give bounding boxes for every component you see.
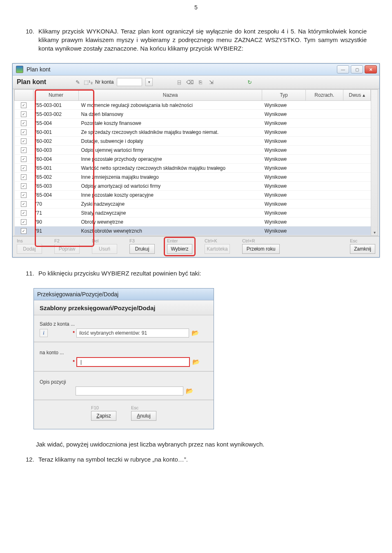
table-row[interactable]: ✓'91Koszt obrotów wewnętrznchWynikowe: [15, 227, 371, 235]
cell-typ: Wynikowe: [262, 119, 306, 128]
cell-dwus: [343, 164, 371, 173]
folder-icon[interactable]: 📂: [191, 329, 200, 337]
cell-typ: Wynikowe: [262, 101, 306, 110]
action-hint: F3: [129, 238, 155, 243]
cell-nazwa: Odpis ujemnej wartości firmy: [78, 146, 262, 155]
filter-icon[interactable]: ✎: [74, 78, 81, 86]
row-checkbox[interactable]: ✓: [21, 192, 27, 198]
cell-dwus: [343, 218, 371, 227]
action-bar: InsDodajF2PoprawDelUsuńF3DrukujEnterWybi…: [13, 236, 379, 257]
cell-dwus: [343, 110, 371, 119]
cell-rozrach: [306, 101, 343, 110]
cell-rozrach: [306, 146, 343, 155]
col-numer[interactable]: Numer: [33, 90, 78, 101]
table-row[interactable]: ✓'65-003Odpisy amortyzacji od wartości f…: [15, 182, 371, 191]
accounts-table: Numer Nazwa Typ Rozrach. Dwus ▴ ✓'55-003…: [14, 90, 371, 235]
vertical-scrollbar[interactable]: ▾: [371, 90, 378, 235]
cell-typ: Wynikowe: [262, 155, 306, 164]
row-checkbox[interactable]: ✓: [21, 210, 27, 216]
saldo-from-input[interactable]: ilość wybranych elementów: 91: [76, 329, 189, 338]
row-checkbox[interactable]: ✓: [21, 165, 27, 171]
copy-icon[interactable]: ⎘: [197, 78, 204, 86]
table-row[interactable]: ✓'55-003-001W momencie regulacji zobowią…: [15, 101, 371, 110]
col-nazwa[interactable]: Nazwa: [78, 90, 262, 101]
drukuj-button[interactable]: Drukuj: [129, 244, 155, 254]
anuluj-action: Esc Anuluj: [131, 405, 156, 421]
cell-dwus: [343, 173, 371, 182]
row-checkbox[interactable]: ✓: [21, 219, 27, 225]
table-row[interactable]: ✓'65-002Inne zmniejszenia majątku trwałe…: [15, 173, 371, 182]
na-konto-input[interactable]: |: [76, 357, 190, 367]
filter-dropdown[interactable]: ▾: [145, 78, 153, 86]
table-row[interactable]: ✓'60-002Dotacje, subwencje i dopłatyWyni…: [15, 137, 371, 146]
cell-numer: '91: [33, 227, 78, 235]
row-checkbox[interactable]: ✓: [21, 228, 27, 234]
action-wybierz: EnterWybierz: [167, 238, 192, 254]
row-checkbox[interactable]: ✓: [21, 120, 27, 126]
titlebar: Plan kont — ▢ ✕: [13, 64, 379, 76]
table-row[interactable]: ✓'60-004Inne pozostałe przychody operacy…: [15, 155, 371, 164]
table-row[interactable]: ✓'55-004Pozostałe koszty finansoweWyniko…: [15, 119, 371, 128]
remove-icon[interactable]: ⌫: [186, 78, 194, 86]
cell-typ: Wynikowe: [262, 191, 306, 200]
cell-nazwa: Dotacje, subwencje i dopłaty: [78, 137, 262, 146]
table-row[interactable]: ✓'90Obroty wewnętrzneWynikowe: [15, 218, 371, 227]
table-row[interactable]: ✓'55-003-002Na dzień bilansowyWynikowe: [15, 110, 371, 119]
close-button[interactable]: ✕: [365, 65, 377, 73]
opis-input[interactable]: [76, 386, 183, 395]
row-checkbox[interactable]: ✓: [21, 102, 27, 108]
wybierz-button[interactable]: Wybierz: [167, 244, 192, 254]
filter-input[interactable]: [117, 78, 142, 86]
toolbar-heading: Plan kont: [17, 78, 46, 86]
label-na-konto: na konto ...: [40, 346, 208, 357]
row-checkbox[interactable]: ✓: [21, 129, 27, 135]
minimize-button[interactable]: —: [337, 65, 349, 73]
row-checkbox[interactable]: ✓: [21, 147, 27, 153]
table-row[interactable]: ✓'70Zyski nadzwyczajneWynikowe: [15, 200, 371, 209]
row-checkbox[interactable]: ✓: [21, 156, 27, 162]
zapisz-button[interactable]: Zapisz: [91, 411, 116, 421]
refresh-icon[interactable]: ↻: [246, 78, 253, 86]
info-icon[interactable]: i: [40, 329, 48, 337]
cell-numer: '65-003: [33, 182, 78, 191]
table-row[interactable]: ✓'65-001Wartość netto sprzedaży rzeczowy…: [15, 164, 371, 173]
row-checkbox[interactable]: ✓: [21, 138, 27, 144]
cell-rozrach: [306, 128, 343, 137]
przełom roku-button[interactable]: Przełom roku: [242, 244, 280, 254]
action-popraw: F2Popraw: [54, 238, 80, 254]
row-checkbox[interactable]: ✓: [21, 174, 27, 180]
cell-numer: '60-002: [33, 137, 78, 146]
row-checkbox[interactable]: ✓: [21, 111, 27, 117]
cell-dwus: [343, 182, 371, 191]
table-row[interactable]: ✓'60-001Ze sprzedaży rzeczowych składnik…: [15, 128, 371, 137]
collapse-icon[interactable]: ⇲: [207, 78, 215, 86]
cell-dwus: [343, 137, 371, 146]
row-checkbox[interactable]: ✓: [21, 183, 27, 189]
cell-rozrach: [306, 164, 343, 173]
table-row[interactable]: ✓'65-004Inne pozostałe koszty operacyjne…: [15, 191, 371, 200]
cell-dwus: [343, 155, 371, 164]
col-typ[interactable]: Typ: [262, 90, 306, 101]
row-checkbox[interactable]: ✓: [21, 201, 27, 207]
cell-dwus: [343, 146, 371, 155]
cell-numer: '90: [33, 218, 78, 227]
close-window-button[interactable]: Zamknij: [350, 244, 375, 254]
col-check[interactable]: [15, 90, 33, 101]
table-row[interactable]: ✓'60-003Odpis ujemnej wartości firmyWyni…: [15, 146, 371, 155]
maximize-button[interactable]: ▢: [351, 65, 363, 73]
folder-icon-2[interactable]: 📂: [192, 358, 200, 366]
anuluj-button[interactable]: Anuluj: [131, 411, 156, 421]
folder-icon-3[interactable]: 📂: [185, 387, 194, 395]
action-hint: Ctrl+R: [242, 238, 280, 243]
col-rozrach[interactable]: Rozrach.: [306, 90, 343, 101]
sort-icon[interactable]: ⬚¹₂: [85, 78, 92, 86]
cell-typ: Wynikowe: [262, 218, 306, 227]
para10-text: Klikamy przycisk WYKONAJ. Teraz plan kon…: [38, 28, 367, 52]
col-dwus[interactable]: Dwus ▴: [343, 90, 371, 101]
table-row[interactable]: ✓'71Straty nadzwyczajneWynikowe: [15, 209, 371, 218]
cell-rozrach: [306, 227, 343, 235]
scroll-down-arrow[interactable]: ▾: [373, 229, 376, 235]
separator: [34, 400, 214, 400]
tree-icon[interactable]: ⌸: [176, 78, 183, 86]
cell-typ: Wynikowe: [262, 137, 306, 146]
